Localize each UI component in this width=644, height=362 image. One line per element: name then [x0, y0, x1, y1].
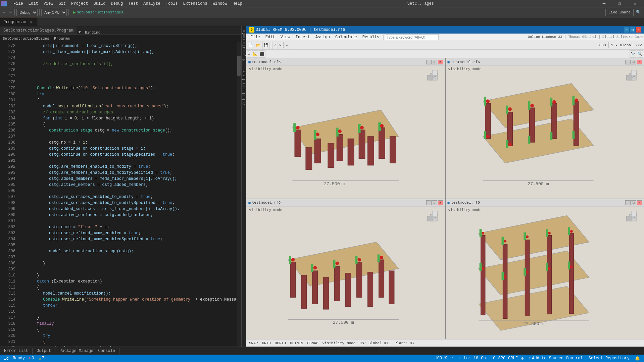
code-line[interactable]	[22, 188, 237, 194]
code-line[interactable]: catch (Exception exception)	[22, 278, 237, 285]
output-tab[interactable]: Output	[33, 348, 55, 354]
code-line[interactable]: cstg.active_surfaces = cstg.added_surfac…	[22, 212, 237, 218]
rfem-search-input[interactable]	[385, 34, 439, 40]
vp3-min[interactable]: ─	[426, 200, 432, 205]
code-line[interactable]: {	[22, 121, 237, 127]
code-line[interactable]: for (int i = 0; i < floor_heights.Length…	[22, 115, 237, 121]
editor-tab-dropdown[interactable]: ▼	[77, 30, 82, 35]
vp4-min[interactable]: ─	[625, 200, 631, 205]
menu-item-analyze[interactable]: Analyze	[141, 1, 163, 7]
rfem-tb-select[interactable]: ↖	[285, 42, 290, 49]
rfem-tb-save[interactable]: 💾	[262, 42, 270, 49]
editor-scrollbar[interactable]	[237, 42, 241, 347]
vp3-close[interactable]: ✕	[438, 200, 443, 205]
vp4-max[interactable]: □	[631, 200, 636, 205]
code-line[interactable]: cstg.continue_on_construction_stageSpeci…	[22, 152, 237, 158]
menu-item-view[interactable]: View	[41, 1, 56, 7]
rfem-tb-undo[interactable]: ↩	[272, 42, 277, 49]
warning-count[interactable]: ⚠ 7	[38, 356, 45, 361]
cursor-position-nav-up[interactable]: ↑	[451, 356, 455, 361]
solution-explorer-tab[interactable]: Solution Explorer	[242, 68, 247, 107]
editor-tab-1[interactable]: SetConstructionStages.Program	[0, 27, 77, 35]
search-icon[interactable]: 🔍	[635, 9, 642, 16]
code-lines[interactable]: srfs[i].comment = floor_max.ToString();s…	[22, 42, 237, 347]
code-line[interactable]: Console.WriteLine("Something happen when…	[22, 297, 237, 303]
menu-item-project[interactable]: Project	[68, 1, 91, 7]
menu-item-edit[interactable]: Edit	[26, 1, 41, 7]
rfem-menu-results[interactable]: Results	[360, 34, 382, 40]
code-line[interactable]: Console.WriteLine("10. Set construction …	[22, 85, 237, 91]
code-line[interactable]: srfs[i].comment = floor_max.ToString();	[22, 43, 237, 49]
menu-item-tools[interactable]: Tools	[163, 1, 181, 7]
rfem-tb-open[interactable]: 📂	[255, 42, 262, 49]
code-line[interactable]: model.cancel_modification();	[22, 291, 237, 297]
code-line[interactable]: throw;	[22, 303, 237, 309]
minimize-button[interactable]: ─	[596, 0, 612, 7]
code-line[interactable]: cstg.user_defined_name_enabledSpecified …	[22, 236, 237, 242]
code-line[interactable]: srfs_floor_numbers[floor_max].Add(srfs[i…	[22, 49, 237, 55]
rfem-menu-insert[interactable]: Insert	[293, 34, 312, 40]
menu-item-git[interactable]: Git	[56, 1, 68, 7]
rfem-menu-view[interactable]: View	[278, 34, 293, 40]
code-line[interactable]	[22, 242, 237, 248]
menu-item-window[interactable]: Window	[210, 1, 230, 7]
close-button[interactable]: ✕	[627, 0, 643, 7]
code-line[interactable]	[22, 254, 237, 260]
rfem-menu-edit[interactable]: Edit	[263, 34, 278, 40]
select-repository[interactable]: Select Repository	[587, 356, 631, 361]
rfem-restore[interactable]: ❐	[630, 27, 635, 33]
code-line[interactable]: cstg.are_surfaces_enabled_to_modifySpeci…	[22, 200, 237, 206]
code-line[interactable]: cstg.added_surfaces = srfs_floor_numbers…	[22, 206, 237, 212]
code-line[interactable]	[22, 309, 237, 315]
code-line[interactable]: {	[22, 97, 237, 103]
rfem-vis-mode[interactable]: Visibility mode	[322, 341, 355, 345]
code-line[interactable]: cstg.no = i + 1;	[22, 140, 237, 146]
code-line[interactable]: model.begin_modification("set constructi…	[22, 103, 237, 109]
code-line[interactable]: {	[22, 327, 237, 333]
code-line[interactable]	[22, 67, 237, 73]
code-line[interactable]: cstg.active_members = cstg.added_members…	[22, 182, 237, 188]
code-line[interactable]	[22, 158, 237, 164]
menu-item-extensions[interactable]: Extensions	[181, 1, 210, 7]
code-line[interactable]: try	[22, 91, 237, 97]
rfem-tb-view1[interactable]: 🔭	[630, 50, 636, 58]
rfem-tb-redo[interactable]: ↪	[278, 42, 283, 49]
menu-item-test[interactable]: Test	[126, 1, 141, 7]
code-line[interactable]: cstg.are_surfaces_enabled_to_modify = tr…	[22, 194, 237, 200]
code-line[interactable]	[22, 266, 237, 272]
rfem-osnap[interactable]: OSNAP	[307, 341, 318, 345]
code-line[interactable]: finally	[22, 321, 237, 327]
breadcrumb-item-2[interactable]: Program	[54, 37, 69, 41]
run-button[interactable]: ▶ SetConstructionStages	[70, 9, 126, 16]
redo-btn[interactable]: ↪	[8, 9, 13, 16]
vp3-max[interactable]: □	[432, 200, 437, 205]
debug-config-select[interactable]: Debug	[16, 9, 38, 16]
rfem-tb-draw3[interactable]: ⬛	[259, 50, 265, 58]
cursor-position-nav-down[interactable]: ↓	[457, 356, 461, 361]
rfem-bgrid[interactable]: BGRID	[275, 341, 286, 345]
code-line[interactable]	[22, 55, 237, 61]
diagnostic-tools-tab[interactable]: Diagnostic Tools	[242, 28, 247, 65]
vp2-min[interactable]: ─	[625, 60, 631, 64]
code-line[interactable]: construction_stage cstg = new constructi…	[22, 127, 237, 134]
rfem-tb-draw1[interactable]: ✏️	[247, 50, 251, 58]
code-line[interactable]: cstg.continue_on_construction_stage = i;	[22, 146, 237, 152]
platform-select[interactable]: Any CPU	[41, 9, 67, 16]
crlf-indicator[interactable]: CRLF	[508, 356, 518, 361]
menu-item-file[interactable]: File	[11, 1, 26, 7]
vp2-max[interactable]: □	[631, 60, 636, 64]
rfem-menu-calculate[interactable]: Calculate	[333, 34, 360, 40]
editor-binding-tab[interactable]: Binding	[82, 31, 103, 35]
notifications-icon[interactable]: 🔔	[634, 356, 641, 361]
viewport-3-content[interactable]: Visibility mode -Y	[246, 207, 445, 340]
error-count[interactable]: ⊗ 0	[28, 356, 35, 361]
live-share-btn[interactable]: Live Share	[605, 9, 634, 16]
vp1-close[interactable]: ✕	[438, 60, 443, 64]
viewport-1-content[interactable]: Visibility mode -Y	[246, 66, 445, 199]
viewport-2-content[interactable]: Visibility mode -Y	[446, 66, 644, 199]
code-line[interactable]: model.finish_modification();	[22, 345, 237, 347]
rfem-grid[interactable]: GRID	[262, 341, 270, 345]
undo-btn[interactable]: ↩	[2, 9, 7, 16]
menu-item-build[interactable]: Build	[91, 1, 108, 7]
code-line[interactable]: }	[22, 272, 237, 278]
